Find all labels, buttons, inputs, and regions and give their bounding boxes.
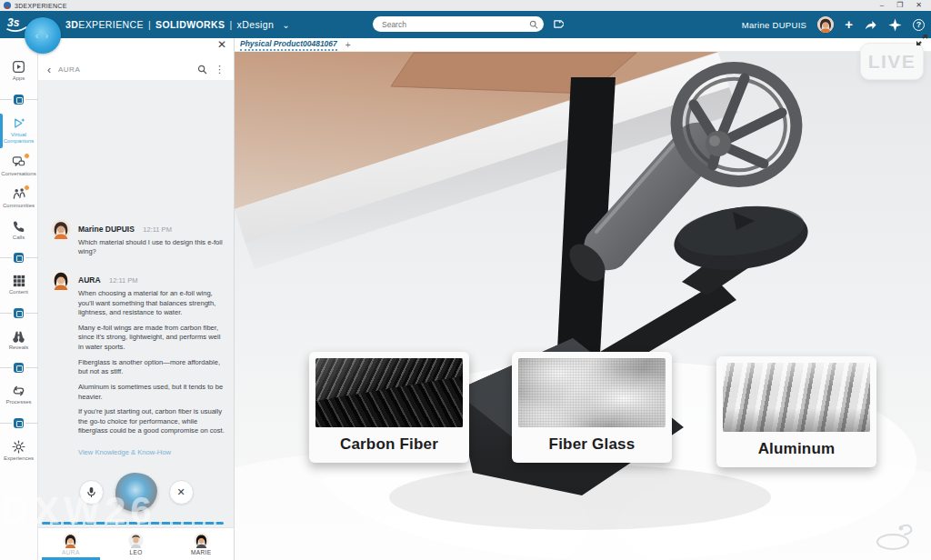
message-paragraph: Aluminum is sometimes used, but it tends… (78, 383, 225, 402)
document-tab[interactable]: Physical Product00481067 (240, 39, 337, 51)
aura-voice-blob[interactable] (115, 473, 157, 512)
app-window: 3DEXPERIENCE – ❐ ✕ 3s 3DEXPERIENCE | SOL… (0, 0, 931, 560)
participant-tab-marie[interactable]: MARIE (168, 528, 234, 560)
brand-experience: EXPERIENCE (78, 19, 144, 30)
message-paragraph: When choosing a material for an e-foil w… (78, 289, 225, 318)
user-name[interactable]: Marine DUPUIS (742, 20, 806, 30)
message-list: Marine DUPUIS 12:11 PM Which material sh… (38, 80, 234, 464)
window-title: 3DEXPERIENCE (15, 3, 67, 9)
close-voice-button[interactable]: ✕ (169, 480, 194, 505)
carbon-fiber-texture-image (315, 358, 463, 427)
sidebar-shortcut-divider[interactable] (0, 253, 38, 263)
material-card-fiber-glass[interactable]: Fiber Glass (512, 352, 672, 463)
app-shortcut-badge[interactable] (14, 418, 24, 428)
material-card-aluminum[interactable]: Aluminum (716, 356, 876, 467)
live-badge: LIVE (860, 43, 924, 80)
avatar (128, 533, 144, 548)
add-content-button[interactable]: + (845, 18, 853, 31)
navigation-compass-icon[interactable] (870, 518, 917, 556)
sidebar-item-experiences[interactable]: Experiences (0, 440, 38, 463)
sidebar-item-reveals[interactable]: Reveals (0, 330, 38, 352)
expand-viewport-icon[interactable] (916, 34, 928, 46)
app-logo-icon (4, 2, 11, 9)
kebab-menu-icon[interactable]: ⋮ (215, 64, 225, 75)
brand-solidworks: SOLIDWORKS (155, 19, 225, 30)
participant-tab-leo[interactable]: LEO (104, 528, 169, 560)
message-paragraph: Fiberglass is another option—more afford… (78, 358, 225, 377)
document-tabbar: Physical Product00481067 + (235, 38, 931, 52)
app-shortcut-badge[interactable] (14, 308, 24, 318)
left-sidebar: Apps Virtual Companions Conversations Co… (0, 38, 38, 560)
sidebar-item-apps[interactable]: Apps (0, 60, 38, 83)
experiences-icon (12, 440, 25, 454)
sidebar-item-communities[interactable]: Communities (0, 187, 38, 210)
brand-bar[interactable]: 3DEXPERIENCE | SOLIDWORKS | xDesign ⌄ (65, 11, 290, 38)
tag-icon[interactable] (552, 18, 564, 30)
participant-tab-aura[interactable]: AURA (38, 528, 104, 560)
voice-controls: ✕ (38, 464, 234, 520)
back-icon[interactable]: ‹ (47, 65, 51, 75)
sidebar-shortcut-divider[interactable] (0, 418, 38, 428)
chat-header: ✕ ‹ AURA ⋮ (38, 38, 234, 80)
calls-icon (13, 220, 25, 233)
search-input[interactable] (382, 20, 529, 29)
minimize-button[interactable]: – (880, 0, 884, 11)
message-time: 12:11 PM (143, 225, 172, 234)
close-panel-button[interactable]: ✕ (217, 38, 226, 51)
maximize-button[interactable]: ❐ (896, 0, 903, 11)
material-label: Fiber Glass (518, 427, 666, 462)
aura-orb-button[interactable] (25, 17, 61, 54)
avatar (194, 533, 209, 548)
share-icon (864, 19, 877, 31)
sidebar-item-calls[interactable]: Calls (0, 220, 38, 242)
virtual-companions-icon (12, 116, 26, 130)
3d-viewport[interactable] (235, 52, 931, 560)
compass-icon[interactable] (888, 18, 902, 32)
knowledge-link[interactable]: View Knowledge & Know-How (78, 448, 171, 456)
progress-bar (42, 522, 224, 525)
app-shortcut-badge[interactable] (14, 363, 24, 373)
microphone-button[interactable] (79, 480, 104, 505)
close-window-button[interactable]: ✕ (916, 0, 922, 11)
sidebar-shortcut-divider[interactable] (0, 363, 38, 373)
avatar (51, 270, 71, 458)
content-icon (13, 275, 25, 287)
chat-message: Marine DUPUIS 12:11 PM Which material sh… (38, 214, 234, 265)
app-shortcut-badge[interactable] (14, 253, 24, 263)
material-card-carbon-fiber[interactable]: Carbon Fiber (309, 352, 469, 463)
sidebar-shortcut-divider[interactable] (0, 308, 38, 318)
message-author: AURA (78, 275, 101, 285)
message-paragraph: If you're just starting out, carbon fibe… (78, 407, 225, 436)
message-paragraph: Which material should I use to design th… (78, 238, 225, 257)
user-avatar[interactable] (817, 16, 834, 33)
app-header: 3s 3DEXPERIENCE | SOLIDWORKS | xDesign ⌄… (0, 11, 931, 38)
sidebar-shortcut-divider[interactable] (0, 95, 38, 105)
viewport: Carbon Fiber Fiber Glass Aluminum (235, 52, 931, 560)
material-label: Aluminum (723, 432, 870, 466)
chevron-down-icon[interactable]: ⌄ (282, 20, 290, 30)
help-button[interactable]: ? (913, 19, 925, 31)
chat-message: AURA 12:11 PM When choosing a material f… (38, 265, 234, 460)
sidebar-item-content[interactable]: Content (0, 275, 38, 296)
os-titlebar: 3DEXPERIENCE – ❐ ✕ (0, 0, 931, 11)
reveals-icon (12, 330, 25, 343)
participant-tabs: AURA LEO MARIE (38, 527, 234, 560)
sidebar-item-processes[interactable]: Processes (0, 385, 38, 406)
share-button[interactable] (864, 19, 877, 31)
global-search[interactable] (373, 16, 544, 32)
microphone-icon (86, 486, 96, 498)
sidebar-item-virtual-companions[interactable]: Virtual Companions (0, 116, 38, 145)
brand-3d: 3D (65, 19, 78, 30)
sidebar-item-conversations[interactable]: Conversations (0, 155, 38, 178)
message-paragraph: Many e-foil wings are made from carbon f… (78, 324, 225, 353)
svg-text:3s: 3s (7, 16, 20, 29)
chat-search-icon[interactable] (197, 65, 207, 75)
brand-xdesign: xDesign (237, 19, 275, 30)
new-tab-button[interactable]: + (345, 40, 351, 50)
search-icon (529, 20, 538, 29)
aluminum-texture-image (723, 363, 870, 432)
apps-icon (12, 60, 25, 74)
material-label: Carbon Fiber (315, 427, 463, 462)
app-shortcut-badge[interactable] (14, 95, 24, 105)
processes-icon (12, 385, 25, 397)
